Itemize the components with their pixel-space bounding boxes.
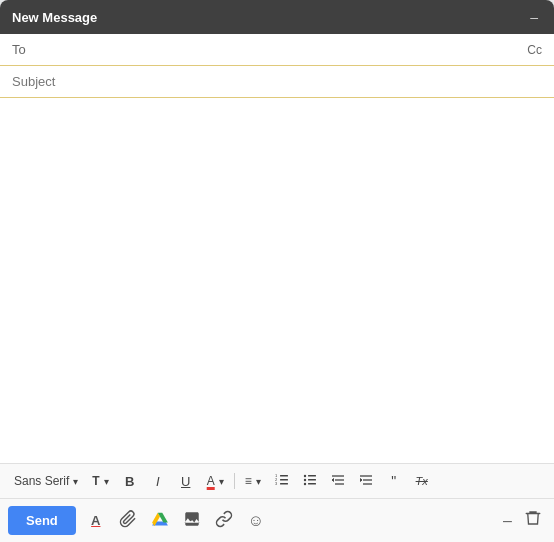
subject-input[interactable] (12, 74, 542, 89)
font-family-chevron: ▾ (73, 476, 78, 487)
bottom-tools: A (82, 507, 499, 535)
delete-button[interactable] (520, 505, 546, 536)
svg-text:3: 3 (275, 481, 278, 486)
svg-rect-11 (308, 483, 316, 485)
attach-file-icon (119, 510, 137, 532)
underline-button[interactable]: U (173, 468, 199, 494)
subject-field-row (0, 66, 554, 98)
text-color-chevron: ▾ (219, 476, 224, 487)
font-family-label: Sans Serif (14, 474, 69, 488)
bullet-list-icon (303, 473, 317, 490)
text-formatting-button[interactable]: A (82, 507, 110, 535)
svg-point-10 (304, 482, 306, 484)
compose-title: New Message (12, 10, 97, 25)
align-icon: ≡ (245, 474, 252, 488)
cc-button[interactable]: Cc (527, 43, 542, 57)
minimize-button[interactable]: – (526, 8, 542, 26)
svg-point-8 (304, 478, 306, 480)
compose-body[interactable] (0, 98, 554, 463)
insert-link-button[interactable] (210, 507, 238, 535)
trash-icon (524, 511, 542, 531)
svg-rect-2 (280, 483, 288, 485)
blockquote-button[interactable]: " (381, 468, 407, 494)
numbered-list-icon: 123 (275, 473, 289, 490)
font-size-icon: T (92, 474, 99, 488)
insert-emoji-icon: ☺ (248, 512, 264, 530)
separator-1 (234, 473, 235, 489)
to-label: To (12, 42, 42, 57)
svg-rect-1 (280, 479, 288, 481)
font-family-dropdown[interactable]: Sans Serif ▾ (8, 468, 84, 494)
indent-more-button[interactable] (353, 468, 379, 494)
bold-button[interactable]: B (117, 468, 143, 494)
svg-rect-9 (308, 479, 316, 481)
insert-emoji-button[interactable]: ☺ (242, 507, 270, 535)
svg-point-6 (304, 474, 306, 476)
text-color-dropdown[interactable]: A ▾ (201, 468, 230, 494)
attach-file-button[interactable] (114, 507, 142, 535)
bottom-bar: Send A (0, 498, 554, 542)
insert-photo-button[interactable] (178, 507, 206, 535)
google-drive-button[interactable] (146, 507, 174, 535)
compose-header: New Message – (0, 0, 554, 34)
font-size-dropdown[interactable]: T ▾ (86, 468, 114, 494)
indent-less-icon (331, 473, 345, 490)
svg-rect-0 (280, 475, 288, 477)
italic-button[interactable]: I (145, 468, 171, 494)
more-options-button[interactable]: – (499, 508, 516, 533)
send-button[interactable]: Send (8, 506, 76, 535)
insert-photo-icon (183, 510, 201, 532)
numbered-list-button[interactable]: 123 (269, 468, 295, 494)
bottom-right-actions: – (499, 505, 546, 536)
text-color-icon: A (207, 474, 215, 488)
formatting-bar: Sans Serif ▾ T ▾ B I U A ▾ ≡ ▾ 123 (0, 463, 554, 498)
align-dropdown[interactable]: ≡ ▾ (239, 468, 267, 494)
font-size-chevron: ▾ (104, 476, 109, 487)
indent-less-button[interactable] (325, 468, 351, 494)
google-drive-icon (151, 510, 169, 532)
insert-link-icon (215, 510, 233, 532)
clear-formatting-button[interactable]: Tx (409, 468, 435, 494)
minimize-icon: – (503, 512, 512, 529)
align-chevron: ▾ (256, 476, 261, 487)
clear-formatting-icon: Tx (416, 475, 428, 487)
indent-more-icon (359, 473, 373, 490)
svg-rect-7 (308, 475, 316, 477)
bullet-list-button[interactable] (297, 468, 323, 494)
header-actions: – (526, 8, 542, 26)
blockquote-icon: " (391, 474, 396, 488)
to-field-row: To Cc (0, 34, 554, 66)
compose-window: New Message – To Cc Sans Serif ▾ T ▾ B I… (0, 0, 554, 542)
text-formatting-icon: A (91, 513, 100, 528)
to-input[interactable] (42, 42, 527, 57)
